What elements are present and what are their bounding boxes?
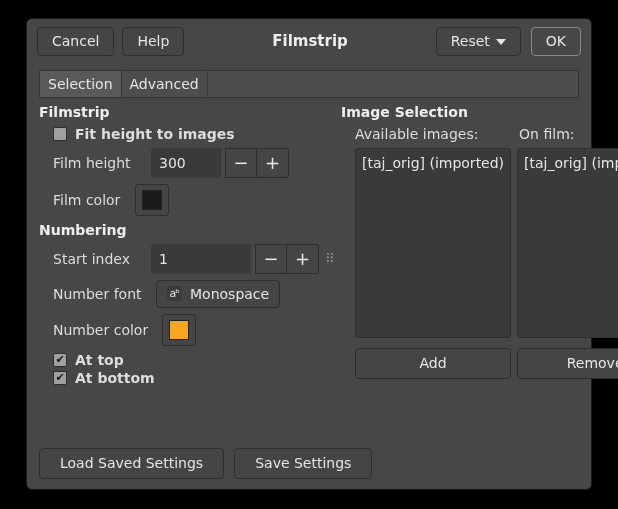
list-labels: Available images: On film: [341, 126, 618, 142]
add-button[interactable]: Add [355, 348, 511, 379]
start-index-increment[interactable]: + [287, 244, 319, 274]
tab-strip: Selection Advanced [39, 70, 579, 98]
film-height-decrement[interactable]: − [225, 148, 257, 178]
film-color-button[interactable] [135, 184, 169, 216]
list-item[interactable]: [taj_orig] (imported) [360, 153, 506, 173]
fit-height-checkbox[interactable] [53, 127, 67, 141]
right-column: Image Selection Available images: On fil… [341, 104, 618, 442]
load-settings-button[interactable]: Load Saved Settings [39, 448, 224, 479]
fit-height-label: Fit height to images [75, 126, 235, 142]
font-icon: aᵇ [167, 286, 182, 301]
help-button[interactable]: Help [122, 27, 184, 56]
number-color-button[interactable] [162, 314, 196, 346]
header-right-group: Reset OK [436, 27, 581, 56]
at-top-row: At top [39, 352, 325, 368]
cancel-button[interactable]: Cancel [37, 27, 114, 56]
number-font-label: Number font [53, 286, 142, 302]
film-height-input[interactable] [151, 148, 221, 178]
film-color-swatch [142, 190, 162, 210]
number-font-value: Monospace [190, 286, 269, 302]
reset-button[interactable]: Reset [436, 27, 521, 56]
number-color-row: Number color [39, 314, 325, 346]
start-index-spinner: − + [151, 244, 319, 274]
available-images-label: Available images: [355, 126, 509, 142]
remove-button[interactable]: Remove [517, 348, 618, 379]
film-height-increment[interactable]: + [257, 148, 289, 178]
film-color-row: Film color [39, 184, 325, 216]
tab-selection[interactable]: Selection [40, 71, 122, 97]
dialog-title: Filmstrip [192, 32, 427, 50]
at-bottom-checkbox[interactable] [53, 371, 67, 385]
dialog-header: Cancel Help Filmstrip Reset OK [27, 19, 591, 64]
film-color-label: Film color [53, 192, 121, 208]
numbering-section-title: Numbering [39, 222, 325, 238]
number-font-row: Number font aᵇ Monospace [39, 280, 325, 308]
at-bottom-row: At bottom [39, 370, 325, 386]
list-item[interactable]: [taj_orig] (imported) [522, 153, 618, 173]
dialog-body: Selection Advanced Filmstrip Fit height … [27, 64, 591, 489]
start-index-row: Start index − + ⠿ [39, 244, 325, 274]
tab-content: Filmstrip Fit height to images Film heig… [39, 104, 579, 442]
start-index-label: Start index [53, 251, 137, 267]
at-bottom-label: At bottom [75, 370, 155, 386]
at-top-label: At top [75, 352, 124, 368]
start-index-input[interactable] [151, 244, 251, 274]
drag-handle-icon[interactable]: ⠿ [325, 252, 335, 265]
save-settings-button[interactable]: Save Settings [234, 448, 372, 479]
fit-height-row: Fit height to images [39, 126, 325, 142]
start-index-decrement[interactable]: − [255, 244, 287, 274]
dialog-window: Cancel Help Filmstrip Reset OK Selection… [26, 18, 592, 490]
dialog-footer: Load Saved Settings Save Settings [39, 448, 579, 479]
number-color-label: Number color [53, 322, 148, 338]
filmstrip-section-title: Filmstrip [39, 104, 325, 120]
tab-advanced[interactable]: Advanced [122, 71, 208, 97]
on-film-list[interactable]: [taj_orig] (imported) [517, 148, 618, 338]
on-film-label: On film: [519, 126, 618, 142]
ok-button[interactable]: OK [531, 27, 581, 56]
film-height-row: Film height − + [39, 148, 325, 178]
reset-label: Reset [451, 33, 490, 50]
film-height-spinner: − + [151, 148, 289, 178]
image-selection-title: Image Selection [341, 104, 618, 120]
left-column: Filmstrip Fit height to images Film heig… [39, 104, 325, 442]
film-height-label: Film height [53, 155, 137, 171]
number-font-button[interactable]: aᵇ Monospace [156, 280, 281, 308]
available-images-list[interactable]: [taj_orig] (imported) [355, 148, 511, 338]
list-buttons: Add Remove [341, 348, 618, 379]
at-top-checkbox[interactable] [53, 353, 67, 367]
number-color-swatch [169, 320, 189, 340]
chevron-down-icon [496, 39, 506, 45]
lists-container: [taj_orig] (imported) [taj_orig] (import… [341, 148, 618, 338]
